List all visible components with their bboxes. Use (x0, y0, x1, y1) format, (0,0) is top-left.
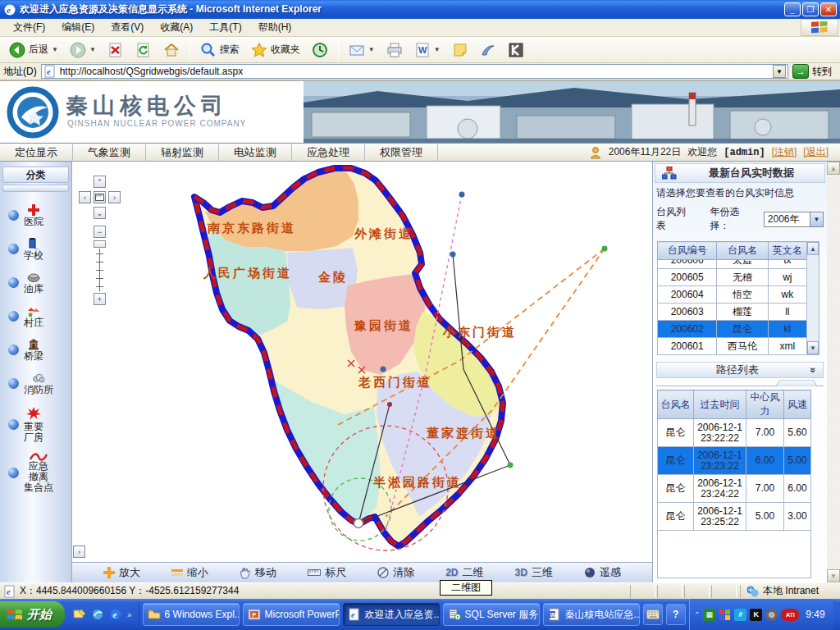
search-button[interactable]: 搜索 (196, 40, 244, 60)
menu-view[interactable]: 查看(V) (103, 18, 152, 37)
clear-button[interactable]: 清除 (377, 565, 414, 580)
address-dropdown-button[interactable]: ▼ (773, 65, 786, 78)
ruler-button[interactable]: 标尺 (308, 565, 346, 580)
edit-word-button[interactable]: W▼ (410, 40, 445, 60)
tab-radiation-monitor[interactable]: 辐射监测 (146, 143, 219, 162)
scroll-up-icon[interactable]: ▲ (827, 162, 840, 175)
table-row[interactable]: 200603 榴莲 ll (658, 304, 807, 321)
history-button[interactable] (308, 40, 332, 60)
note-button[interactable] (448, 40, 472, 60)
pan-button[interactable]: 移动 (240, 565, 276, 580)
pan-up-button[interactable]: ⌃ (94, 176, 106, 188)
scroll-up-icon[interactable]: ▲ (807, 242, 819, 255)
table-row-selected[interactable]: 昆仑 2006-12-1 23:23:22 6.00 5.00 (658, 447, 811, 475)
tray-collapse-chevron[interactable]: ⌃ (695, 611, 701, 619)
table-row[interactable]: 昆仑 2006-12-1 23:22:22 7.00 5.60 (658, 419, 811, 447)
view-3d-button[interactable]: 3D 三维 (515, 565, 553, 580)
home-button[interactable] (159, 40, 184, 60)
pan-down-button[interactable]: ⌄ (94, 207, 106, 219)
logout-link[interactable]: [注销] (772, 145, 797, 159)
table-row[interactable]: 200605 无稽 wj (658, 269, 807, 286)
sidebar-item-fire-station[interactable]: 消防所 (0, 367, 71, 400)
typhoon-table-viewport[interactable]: 200606 太虚 tx 200605 无稽 wj 200604 悟空 (653, 260, 807, 355)
scroll-down-icon[interactable]: ▼ (807, 341, 819, 354)
mail-button[interactable]: ▼ (345, 40, 379, 60)
messenger-quick-icon[interactable] (91, 608, 104, 621)
forward-button[interactable]: ▼ (66, 40, 100, 60)
tab-emergency-handle[interactable]: 应急处理 (292, 143, 365, 162)
k-tool-button[interactable] (504, 40, 528, 60)
panel-splitter[interactable] (656, 380, 824, 386)
quick-launch-overflow-chevron[interactable]: » (127, 610, 132, 619)
year-select[interactable]: 2006年 ▼ (764, 212, 824, 227)
taskbar-button-word[interactable]: W 秦山核电站应急... (543, 603, 640, 626)
taskbar-button-sqlserver[interactable]: SQL Server 服务... (443, 603, 540, 626)
pan-left-button[interactable]: ‹ (79, 191, 91, 203)
exit-link[interactable]: [退出] (803, 145, 829, 159)
zoom-slider-handle[interactable] (94, 240, 106, 248)
tab-station-monitor[interactable]: 电站监测 (219, 143, 292, 162)
start-button[interactable]: 开始 (0, 601, 65, 628)
help-tray-button[interactable]: ? (666, 604, 686, 625)
table-row[interactable]: 昆仑 2006-12-1 23:24:22 7.00 6.00 (658, 475, 811, 503)
minimize-button[interactable]: _ (784, 2, 801, 16)
refresh-button[interactable] (131, 40, 156, 60)
tray-kaspersky-icon[interactable]: K (750, 609, 762, 621)
tab-locate-display[interactable]: 定位显示 (0, 143, 73, 162)
zoom-out-button[interactable]: 缩小 (171, 565, 208, 580)
pan-right-button[interactable]: › (108, 191, 121, 203)
input-method-button[interactable] (643, 604, 663, 625)
tray-windows-icon[interactable] (719, 609, 731, 621)
collapse-chevron-icon[interactable]: » (808, 368, 819, 373)
sidebar-item-village[interactable]: 村庄 (0, 299, 71, 333)
tab-weather-monitor[interactable]: 气象监测 (73, 143, 146, 162)
ie-quick-icon[interactable]: e (109, 608, 122, 621)
show-desktop-icon[interactable] (73, 608, 86, 621)
table-row[interactable]: 200604 悟空 wk (658, 286, 807, 304)
table-row[interactable]: 200601 西马伦 xml (658, 338, 807, 355)
typhoon-table-scrollbar[interactable]: ▲ ▼ (806, 241, 819, 355)
path-list-header[interactable]: 路径列表 » (656, 362, 824, 378)
address-input[interactable]: e http://localhost/QSgridwebgis/default.… (41, 64, 788, 79)
taskbar-button-powerpoint[interactable]: P Microsoft PowerP... (243, 603, 340, 626)
scroll-down-icon[interactable]: ▼ (827, 569, 840, 582)
tab-permission-manage[interactable]: 权限管理 (365, 143, 438, 162)
close-button[interactable]: ✕ (820, 2, 837, 16)
back-button[interactable]: 后退▼ (5, 40, 62, 60)
messenger-button[interactable] (476, 40, 500, 60)
taskbar-button-ie-active[interactable]: e 欢迎进入应急资... (343, 603, 440, 626)
menu-help[interactable]: 帮助(H) (250, 18, 300, 37)
tray-ati-icon[interactable]: ATI (781, 609, 799, 621)
page-scrollbar[interactable]: ▲ ▼ (827, 162, 840, 582)
table-row-selected[interactable]: 200602 昆仑 kl (658, 321, 807, 338)
sidebar-item-assembly-point[interactable]: 应急 撤离 集合点 (0, 448, 71, 498)
view-2d-button[interactable]: 2D 二维 (445, 565, 483, 580)
map-viewport[interactable]: 南京东路街道 外滩街道 人民广场街道 金陵 豫园街道 小东门街道 老西门街道 董… (72, 162, 652, 582)
menu-edit[interactable]: 编辑(E) (53, 18, 103, 37)
taskbar-button-explorer-group[interactable]: 6 Windows Expl... ▼ (143, 603, 240, 626)
menu-tools[interactable]: 工具(T) (201, 18, 249, 37)
sidebar-item-oil-depot[interactable]: 油库 (0, 266, 71, 299)
menu-favorites[interactable]: 收藏(A) (152, 18, 201, 37)
sidebar-collapse-button[interactable]: › (73, 546, 85, 558)
print-button[interactable] (382, 40, 407, 60)
favorites-button[interactable]: 收藏夹 (247, 40, 304, 60)
sidebar-item-bridge[interactable]: 桥梁 (0, 333, 71, 367)
tray-sql-icon[interactable]: ▦ (703, 609, 715, 621)
tray-disc-icon[interactable]: ◍ (765, 609, 778, 621)
sidebar-item-important-plant[interactable]: 重要 厂房 (0, 400, 71, 448)
zoom-in-step-button[interactable]: + (94, 293, 106, 305)
table-row[interactable]: 200606 太虚 tx (658, 260, 807, 269)
menu-file[interactable]: 文件(F) (5, 18, 53, 37)
go-button[interactable]: → 转到 (792, 64, 837, 79)
remote-sensing-button[interactable]: 遥感 (584, 565, 621, 580)
zoom-out-step-button[interactable]: − (94, 226, 106, 238)
full-extent-button[interactable] (94, 191, 106, 203)
table-row[interactable]: 昆仑 2006-12-1 23:25:22 5.00 3.00 (658, 503, 811, 531)
tray-grid-icon[interactable]: # (734, 609, 746, 621)
sidebar-item-school[interactable]: 学校 (0, 232, 71, 266)
stop-button[interactable] (103, 40, 128, 60)
sidebar-item-hospital[interactable]: 医院 (0, 199, 71, 232)
restore-button[interactable]: ❐ (802, 2, 819, 16)
year-select-arrow-icon[interactable]: ▼ (810, 212, 823, 226)
